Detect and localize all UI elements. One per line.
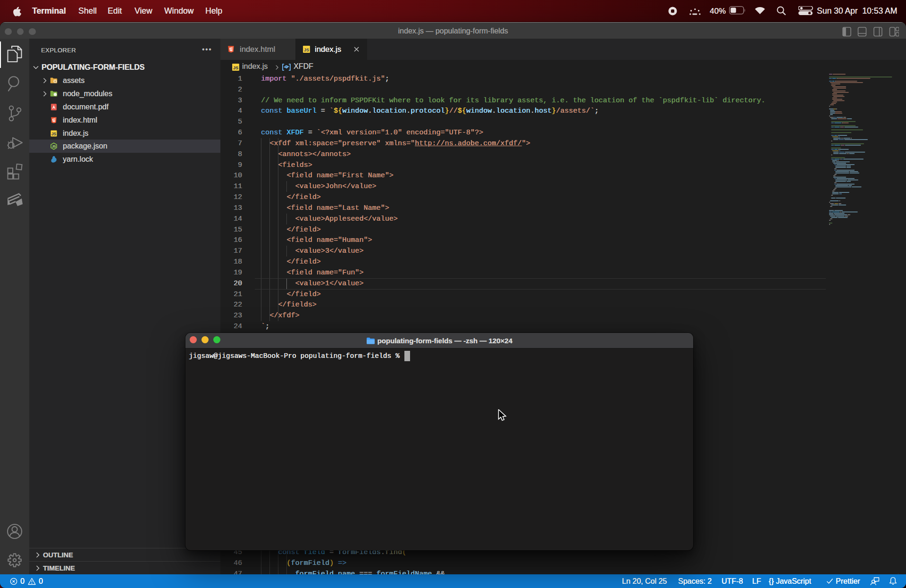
- svg-text:JS: JS: [51, 132, 57, 136]
- svg-text:JS: JS: [52, 145, 56, 148]
- svg-text:JS: JS: [233, 66, 238, 70]
- svg-text:JS: JS: [304, 48, 309, 52]
